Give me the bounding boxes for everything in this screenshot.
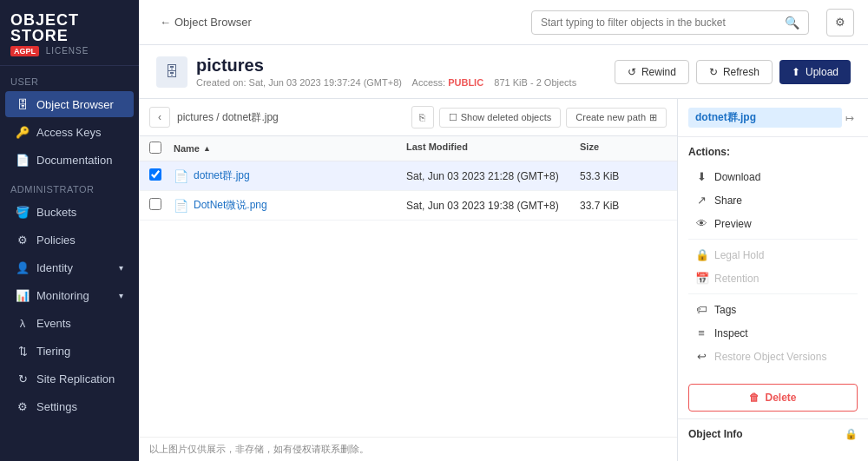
- right-panel-header: dotnet群.jpg ↦: [678, 99, 868, 137]
- size-cell: 33.7 KiB: [580, 200, 667, 212]
- download-icon: ⬇: [695, 170, 707, 183]
- buckets-icon: 🪣: [16, 205, 30, 219]
- header-size: Size: [580, 142, 667, 155]
- site-replication-icon: ↻: [16, 372, 30, 385]
- sidebar-item-events[interactable]: λ Events: [5, 310, 134, 336]
- action-download[interactable]: ⬇ Download: [688, 165, 858, 188]
- browser-area: ‹ pictures / dotnet群.jpg ⎘ ☐ Show delete…: [139, 99, 868, 461]
- back-arrow-icon: ←: [160, 16, 171, 29]
- main-content: ← Object Browser 🔍 ⚙ 🗄 pictures Created …: [139, 0, 868, 461]
- sidebar-item-label: Policies: [36, 234, 76, 247]
- events-icon: λ: [16, 316, 30, 330]
- create-path-button[interactable]: Create new path ⊞: [566, 108, 667, 128]
- size-cell: 53.3 KiB: [580, 170, 667, 182]
- bucket-details: pictures Created on: Sat, Jun 03 2023 19…: [196, 56, 576, 88]
- action-divider: [688, 293, 858, 294]
- actions-title: Actions:: [688, 146, 858, 158]
- object-browser-icon: 🗄: [16, 97, 30, 111]
- monitoring-icon: 📊: [16, 288, 30, 302]
- user-section-label: User: [0, 66, 139, 90]
- bucket-icon: 🗄: [156, 56, 187, 88]
- object-info-title: Object Info 🔒: [688, 428, 858, 440]
- row-checkbox[interactable]: [149, 198, 161, 210]
- settings-button[interactable]: ⚙: [826, 9, 854, 36]
- sidebar-item-identity[interactable]: 👤 Identity ▾: [5, 254, 134, 280]
- sidebar-item-label: Documentation: [36, 154, 112, 167]
- tiering-icon: ⇅: [16, 344, 30, 358]
- actions-section: Actions: ⬇ Download ↗ Share 👁 Preview 🔒 …: [678, 137, 868, 377]
- logo-store: STORE: [10, 27, 69, 44]
- refresh-icon: ↻: [709, 66, 718, 78]
- admin-section-label: Administrator: [0, 174, 139, 198]
- back-label: Object Browser: [174, 16, 252, 29]
- logo-bottom: AGPL LICENSE: [10, 43, 128, 56]
- path-actions: ⎘ ☐ Show deleted objects Create new path…: [411, 106, 667, 128]
- sidebar-item-policies[interactable]: ⚙ Policies: [5, 227, 134, 253]
- path-back-button[interactable]: ‹: [149, 107, 170, 128]
- logo-lines: OBJECT STORE: [10, 12, 128, 43]
- left-panel: ‹ pictures / dotnet群.jpg ⎘ ☐ Show delete…: [139, 99, 677, 461]
- bucket-header: 🗄 pictures Created on: Sat, Jun 03 2023 …: [139, 45, 868, 99]
- table-row[interactable]: 📄 dotnet群.jpg Sat, Jun 03 2023 21:28 (GM…: [139, 161, 677, 191]
- file-name-cell: 📄 dotnet群.jpg: [174, 168, 406, 183]
- show-deleted-button[interactable]: ☐ Show deleted objects: [439, 108, 562, 128]
- table-header: Name ▲ Last Modified Size: [139, 136, 677, 161]
- documentation-icon: 📄: [16, 153, 30, 167]
- sidebar-item-tiering[interactable]: ⇅ Tiering: [5, 338, 134, 364]
- sidebar-item-site-replication[interactable]: ↻ Site Replication: [5, 366, 134, 392]
- upload-button[interactable]: ⬆ Upload: [779, 60, 851, 84]
- sidebar-item-label: Access Keys: [36, 126, 101, 139]
- inspect-icon: ≡: [695, 326, 707, 339]
- identity-icon: 👤: [16, 260, 30, 274]
- sidebar-item-label: Tiering: [36, 345, 70, 358]
- table-row[interactable]: 📄 DotNet微说.png Sat, Jun 03 2023 19:38 (G…: [139, 191, 677, 221]
- sidebar-item-monitoring[interactable]: 📊 Monitoring ▾: [5, 282, 134, 308]
- sidebar-item-object-browser[interactable]: 🗄 Object Browser: [5, 91, 134, 117]
- action-preview[interactable]: 👁 Preview: [688, 212, 858, 235]
- bucket-name: pictures: [196, 56, 576, 76]
- sidebar-item-access-keys[interactable]: 🔑 Access Keys: [5, 119, 134, 145]
- lock-icon: 🔒: [845, 428, 858, 440]
- back-button[interactable]: ← Object Browser: [153, 12, 259, 32]
- sidebar-item-buckets[interactable]: 🪣 Buckets: [5, 199, 134, 225]
- select-all-checkbox[interactable]: [149, 142, 161, 154]
- settings-icon: ⚙: [16, 399, 30, 413]
- search-bar[interactable]: 🔍: [531, 10, 809, 35]
- bucket-actions: ↺ Rewind ↻ Refresh ⬆ Upload: [615, 60, 851, 84]
- sidebar-item-label: Buckets: [36, 206, 76, 219]
- selected-file-name: dotnet群.jpg: [688, 108, 842, 128]
- delete-button[interactable]: 🗑 Delete: [688, 384, 858, 412]
- sidebar-item-documentation[interactable]: 📄 Documentation: [5, 147, 134, 173]
- search-icon: 🔍: [785, 16, 799, 30]
- sidebar-item-label: Monitoring: [36, 289, 89, 302]
- logo-license: LICENSE: [46, 46, 89, 56]
- action-tags[interactable]: 🏷 Tags: [688, 298, 858, 321]
- last-modified-cell: Sat, Jun 03 2023 19:38 (GMT+8): [406, 200, 580, 212]
- action-inspect[interactable]: ≡ Inspect: [688, 321, 858, 345]
- copy-path-button[interactable]: ⎘: [411, 106, 434, 128]
- row-checkbox[interactable]: [149, 168, 161, 181]
- file-name-cell: 📄 DotNet微说.png: [174, 198, 406, 213]
- footer-disclaimer: 以上图片仅供展示，非存储，如有侵权请联系删除。: [139, 437, 677, 461]
- file-icon: 📄: [174, 169, 188, 183]
- search-input[interactable]: [541, 16, 779, 29]
- last-modified-cell: Sat, Jun 03 2023 21:28 (GMT+8): [406, 170, 580, 182]
- refresh-button[interactable]: ↻ Refresh: [696, 60, 773, 84]
- retention-icon: 📅: [695, 272, 707, 285]
- rewind-button[interactable]: ↺ Rewind: [615, 60, 689, 84]
- action-legal-hold: 🔒 Legal Hold: [688, 243, 858, 267]
- header-last-modified: Last Modified: [406, 142, 580, 155]
- sidebar-item-label: Object Browser: [36, 98, 114, 111]
- chevron-down-icon: ▾: [119, 291, 123, 300]
- sidebar-item-label: Identity: [36, 261, 73, 274]
- share-icon: ↗: [695, 194, 707, 207]
- sidebar-item-label: Events: [36, 317, 71, 330]
- right-panel: dotnet群.jpg ↦ Actions: ⬇ Download ↗ Shar…: [677, 99, 868, 461]
- action-share[interactable]: ↗ Share: [688, 188, 858, 212]
- sidebar-item-settings[interactable]: ⚙ Settings: [5, 393, 134, 419]
- expand-icon[interactable]: ↦: [842, 110, 858, 126]
- checkbox-icon: ☐: [449, 112, 457, 123]
- bucket-meta: Created on: Sat, Jun 03 2023 19:37:24 (G…: [196, 77, 576, 88]
- header-name: Name ▲: [174, 142, 406, 155]
- topbar: ← Object Browser 🔍 ⚙: [139, 0, 868, 45]
